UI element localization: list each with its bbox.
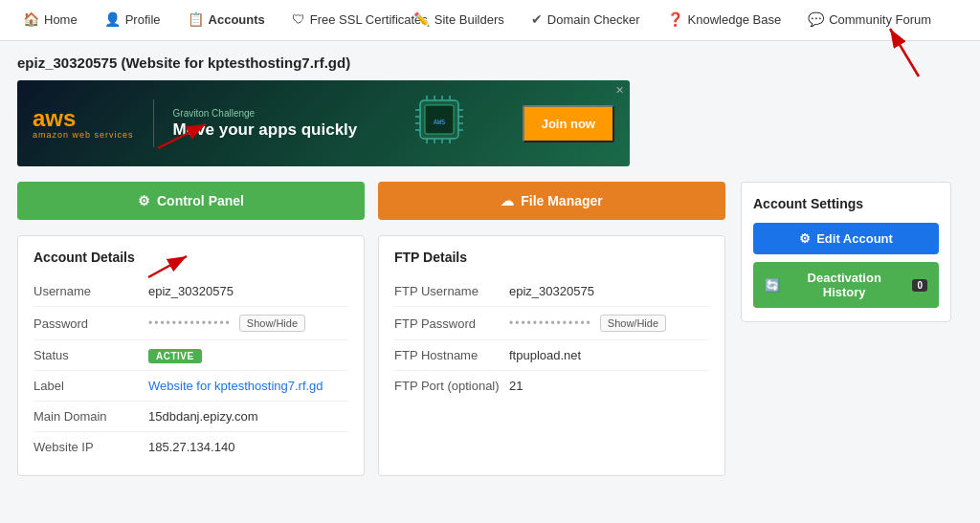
ftp-password-row: FTP Password •••••••••••••• Show/Hide (394, 307, 709, 340)
nav-ssl[interactable]: 🛡 Free SSL Certificates (278, 0, 400, 40)
password-field: •••••••••••••• Show/Hide (148, 315, 348, 332)
deactivation-history-button[interactable]: 🔄 Deactivation History 0 (753, 262, 939, 308)
password-show-hide-button[interactable]: Show/Hide (239, 315, 305, 332)
ftp-password-show-hide-button[interactable]: Show/Hide (600, 315, 666, 332)
control-panel-icon: ⚙ (138, 193, 150, 208)
nav-communityforum[interactable]: 💬 Community Forum (794, 0, 945, 40)
ftp-username-row: FTP Username epiz_30320575 (394, 276, 709, 307)
edit-account-button[interactable]: ⚙ Edit Account (753, 223, 939, 254)
main-layout: ⚙ Control Panel ☁ File Manager Account D… (17, 182, 963, 476)
ftp-hostname-row: FTP Hostname ftpupload.net (394, 340, 709, 371)
ad-left-section: aws amazon web services Graviton Challen… (33, 99, 357, 147)
account-settings-title: Account Settings (753, 196, 939, 211)
nav-domainchecker[interactable]: ✔ Domain Checker (518, 0, 654, 40)
aws-logo: aws amazon web services (33, 107, 134, 140)
nav-home[interactable]: 🏠 Home (10, 0, 91, 40)
password-row: Password •••••••••••••• Show/Hide (33, 307, 348, 340)
svg-text:AWS: AWS (434, 119, 446, 126)
account-settings-panel: Account Settings ⚙ Edit Account 🔄 Deacti… (741, 182, 951, 322)
ftp-password-field: •••••••••••••• Show/Hide (509, 315, 709, 332)
deactivation-icon: 🔄 (765, 278, 780, 293)
websiteip-row: Website IP 185.27.134.140 (33, 432, 348, 462)
status-badge: ACTIVE (148, 349, 202, 363)
page-content: epiz_30320575 (Website for kptesthosting… (0, 41, 980, 490)
ftp-details-panel: FTP Details FTP Username epiz_30320575 F… (378, 235, 725, 476)
nav-accounts[interactable]: 📋 Accounts (174, 0, 278, 40)
file-manager-button[interactable]: ☁ File Manager (378, 182, 725, 220)
right-column: Account Settings ⚙ Edit Account 🔄 Deacti… (741, 182, 951, 476)
left-column: ⚙ Control Panel ☁ File Manager Account D… (17, 182, 725, 476)
ad-banner: ✕ aws amazon web services Graviton Chall… (17, 80, 630, 166)
label-row: Label Website for kptesthosting7.rf.gd (33, 371, 348, 402)
home-icon: 🏠 (23, 11, 39, 27)
edit-account-icon: ⚙ (799, 231, 811, 246)
communityforum-icon: 💬 (808, 11, 824, 27)
ad-text: Graviton Challenge Move your apps quickl… (173, 108, 358, 140)
username-row: Username epiz_30320575 (33, 276, 348, 307)
page-title: epiz_30320575 (Website for kptesthosting… (17, 54, 963, 71)
ftp-port-row: FTP Port (optional) 21 (394, 371, 709, 401)
ad-chip: AWS (406, 91, 473, 156)
ad-close-button[interactable]: ✕ (615, 84, 624, 97)
knowledgebase-icon: ❓ (667, 11, 683, 27)
top-navigation: 🏠 Home 👤 Profile 📋 Accounts 🛡 Free SSL C… (0, 0, 980, 41)
nav-knowledgebase[interactable]: ❓ Knowledge Base (654, 0, 795, 40)
nav-profile[interactable]: 👤 Profile (91, 0, 174, 40)
account-details-panel: Account Details Username epiz_30320575 P… (17, 235, 365, 476)
deactivation-count-badge: 0 (912, 279, 927, 292)
details-panels: Account Details Username epiz_30320575 P… (17, 235, 725, 476)
file-manager-icon: ☁ (501, 193, 514, 208)
action-buttons: ⚙ Control Panel ☁ File Manager (17, 182, 725, 220)
ftp-details-title: FTP Details (394, 250, 709, 265)
control-panel-button[interactable]: ⚙ Control Panel (17, 182, 365, 220)
sitebuilders-icon: ✏️ (413, 11, 430, 27)
ad-join-button[interactable]: Join now (523, 105, 614, 142)
profile-icon: 👤 (104, 11, 121, 27)
status-row: Status ACTIVE (33, 340, 348, 371)
nav-sitebuilders[interactable]: ✏️ Site Builders (400, 0, 518, 40)
account-details-title: Account Details (33, 250, 348, 265)
label-link[interactable]: Website for kptesthosting7.rf.gd (148, 379, 323, 393)
maindomain-row: Main Domain 15dbdanj.epizy.com (33, 402, 348, 432)
domainchecker-icon: ✔ (531, 11, 543, 27)
ad-divider (153, 99, 154, 147)
accounts-icon: 📋 (188, 11, 204, 27)
ssl-icon: 🛡 (292, 11, 305, 27)
